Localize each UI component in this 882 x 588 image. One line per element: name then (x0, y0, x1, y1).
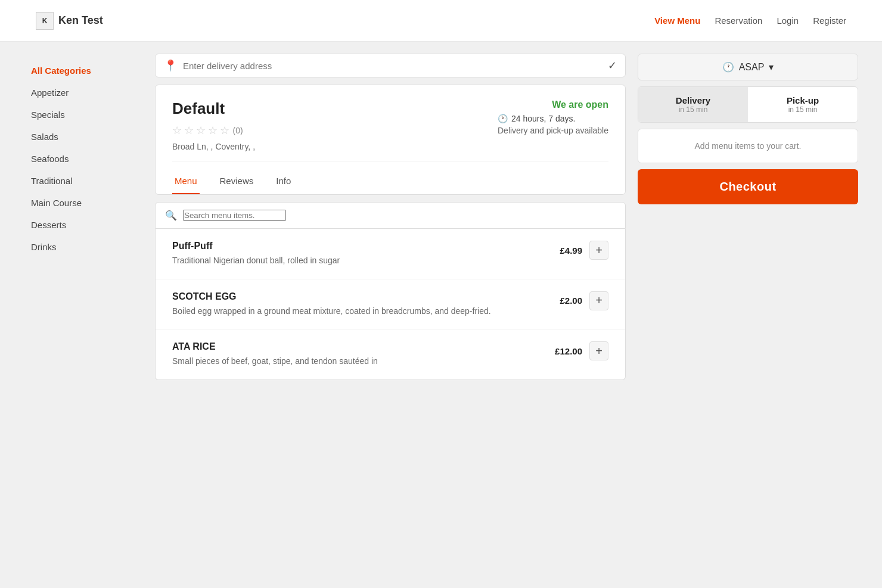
add-item-button[interactable]: + (589, 241, 608, 260)
menu-item-desc: Boiled egg wrapped in a ground meat mixt… (172, 306, 548, 318)
menu-item-price-add: £2.00 + (560, 291, 608, 310)
menu-item: Puff-Puff Traditional Nigerian donut bal… (156, 229, 625, 279)
nav-view-menu[interactable]: View Menu (654, 15, 700, 26)
sidebar-item-main-course[interactable]: Main Course (24, 192, 143, 214)
logo-icon-text: K (42, 17, 48, 25)
menu-items-list: Puff-Puff Traditional Nigerian donut bal… (155, 229, 626, 380)
nav-reservation[interactable]: Reservation (715, 15, 762, 26)
nav-register[interactable]: Register (813, 15, 846, 26)
restaurant-status: We are open 🕐 24 hours, 7 days. Delivery… (498, 99, 608, 135)
header: K Ken Test View Menu Reservation Login R… (0, 0, 882, 42)
menu-item-desc: Small pieces of beef, goat, stipe, and t… (172, 356, 543, 368)
menu-tabs: Menu Reviews Info (172, 161, 608, 194)
delivery-tab-label: Delivery (644, 95, 742, 105)
menu-item-name: Puff-Puff (172, 241, 548, 251)
sidebar-item-all-categories[interactable]: All Categories (24, 60, 143, 82)
menu-item: SCOTCH EGG Boiled egg wrapped in a groun… (156, 279, 625, 330)
menu-item-desc: Traditional Nigerian donut ball, rolled … (172, 255, 548, 267)
sidebar-item-desserts[interactable]: Desserts (24, 214, 143, 236)
menu-item-price-add: £4.99 + (560, 241, 608, 260)
menu-item-name: ATA RICE (172, 341, 543, 352)
clock-icon: 🕐 (722, 61, 734, 73)
delivery-note: Delivery and pick-up available (498, 126, 608, 135)
asap-label: ASAP (739, 62, 765, 73)
sidebar-item-seafoods[interactable]: Seafoods (24, 148, 143, 170)
pickup-tab-sub: in 15 min (754, 105, 852, 114)
tab-menu[interactable]: Menu (172, 170, 200, 194)
sidebar-item-specials[interactable]: Specials (24, 104, 143, 126)
logo-icon: K (36, 12, 54, 30)
menu-item-info: ATA RICE Small pieces of beef, goat, sti… (172, 341, 543, 368)
asap-bar[interactable]: 🕐 ASAP ▾ (638, 54, 858, 80)
hours-text: 24 hours, 7 days. (511, 114, 575, 123)
logo: K Ken Test (36, 12, 103, 30)
pin-icon: 📍 (164, 59, 177, 72)
search-icon: 🔍 (165, 210, 177, 221)
restaurant-card: Default ☆ ☆ ☆ ☆ ☆ (0) Broad Ln, , Covent… (155, 85, 626, 195)
rating-count: (0) (233, 126, 243, 135)
menu-search-input[interactable] (183, 210, 286, 221)
add-item-button[interactable]: + (589, 291, 608, 310)
delivery-address-input[interactable] (183, 61, 602, 71)
restaurant-rating: ☆ ☆ ☆ ☆ ☆ (0) (172, 124, 255, 137)
delivery-pickup-tabs: Delivery in 15 min Pick-up in 15 min (638, 86, 858, 123)
tab-reviews[interactable]: Reviews (218, 170, 256, 194)
checkout-button[interactable]: Checkout (638, 169, 858, 204)
sidebar-item-drinks[interactable]: Drinks (24, 236, 143, 258)
dropdown-icon: ▾ (769, 61, 774, 73)
menu-item-name: SCOTCH EGG (172, 291, 548, 302)
cart-empty-message: Add menu items to your cart. (638, 129, 858, 163)
sidebar-item-salads[interactable]: Salads (24, 126, 143, 148)
main-content: All Categories Appetizer Specials Salads… (0, 42, 882, 392)
restaurant-info-left: Default ☆ ☆ ☆ ☆ ☆ (0) Broad Ln, , Covent… (172, 99, 255, 151)
menu-item-info: SCOTCH EGG Boiled egg wrapped in a groun… (172, 291, 548, 318)
center-panel: 📍 ✓ Default ☆ ☆ ☆ ☆ ☆ (0) (155, 54, 626, 380)
clock-icon: 🕐 (498, 114, 508, 123)
sidebar-item-traditional[interactable]: Traditional (24, 170, 143, 192)
menu-item: ATA RICE Small pieces of beef, goat, sti… (156, 329, 625, 379)
cart-panel: 🕐 ASAP ▾ Delivery in 15 min Pick-up in 1… (638, 54, 858, 380)
logo-text: Ken Test (58, 14, 103, 27)
sidebar: All Categories Appetizer Specials Salads… (24, 54, 143, 380)
delivery-tab-sub: in 15 min (644, 105, 742, 114)
open-status-label: We are open (498, 99, 608, 110)
delivery-tab[interactable]: Delivery in 15 min (638, 87, 748, 122)
restaurant-name: Default (172, 99, 255, 118)
pickup-tab-label: Pick-up (754, 95, 852, 105)
menu-search-bar: 🔍 (155, 202, 626, 229)
tab-info[interactable]: Info (274, 170, 293, 194)
sidebar-item-appetizer[interactable]: Appetizer (24, 82, 143, 104)
menu-item-price: £2.00 (560, 295, 582, 306)
pickup-tab[interactable]: Pick-up in 15 min (748, 87, 858, 122)
menu-item-info: Puff-Puff Traditional Nigerian donut bal… (172, 241, 548, 267)
nav-login[interactable]: Login (777, 15, 799, 26)
delivery-bar: 📍 ✓ (155, 54, 626, 77)
menu-item-price: £4.99 (560, 245, 582, 256)
add-item-button[interactable]: + (589, 341, 608, 360)
check-icon: ✓ (608, 59, 617, 72)
rating-stars: ☆ ☆ ☆ ☆ ☆ (172, 124, 229, 137)
menu-item-price-add: £12.00 + (555, 341, 608, 360)
menu-item-price: £12.00 (555, 346, 582, 356)
header-nav: View Menu Reservation Login Register (654, 15, 846, 26)
restaurant-header: Default ☆ ☆ ☆ ☆ ☆ (0) Broad Ln, , Covent… (172, 99, 608, 151)
open-hours: 🕐 24 hours, 7 days. (498, 114, 608, 123)
restaurant-address: Broad Ln, , Coventry, , (172, 142, 255, 151)
